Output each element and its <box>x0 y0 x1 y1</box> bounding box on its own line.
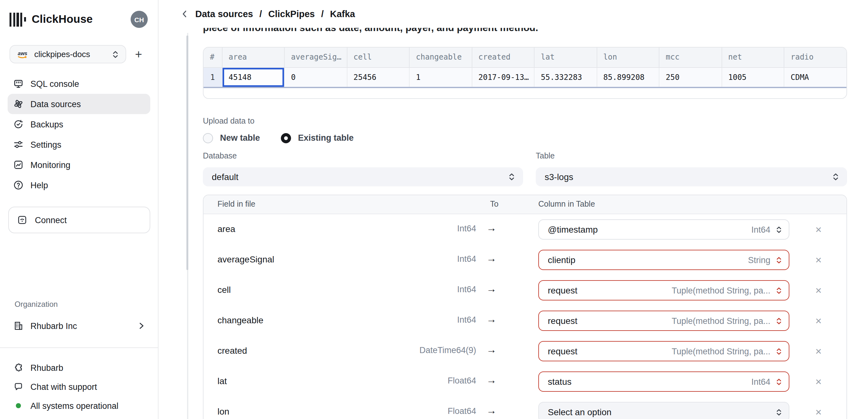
mapping-header-field: Field in file <box>217 200 255 208</box>
breadcrumb-separator: / <box>259 9 262 19</box>
sidebar-item-sql-console[interactable]: SQL console <box>8 73 150 94</box>
column-select[interactable]: request Tuple(method String, pa... <box>538 280 789 300</box>
column-select[interactable]: clientip String <box>538 250 789 270</box>
remove-mapping-button[interactable]: ✕ <box>808 341 829 361</box>
sidebar-item-label: Help <box>30 180 48 190</box>
arrow-right-icon: → <box>486 405 496 416</box>
svg-text:aws: aws <box>18 51 27 56</box>
sidebar-item-chat-support[interactable]: Chat with support <box>8 377 150 396</box>
col-header-averagesignal[interactable]: averageSig… <box>284 47 347 67</box>
arrow-right-icon: → <box>486 283 496 295</box>
table-cell[interactable]: 85.899208 <box>597 67 659 88</box>
radio-new-table-label[interactable]: New table <box>220 133 260 142</box>
remove-mapping-button[interactable]: ✕ <box>808 219 829 239</box>
remove-mapping-button[interactable]: ✕ <box>808 402 829 419</box>
col-header-area[interactable]: area <box>222 47 284 67</box>
column-value: Select an option <box>548 407 765 417</box>
column-value: @timestamp <box>548 224 746 234</box>
table-cell[interactable]: 25456 <box>347 67 409 88</box>
intro-text-clipped: piece of information such as date, amoun… <box>203 28 847 37</box>
connect-button[interactable]: Connect <box>8 207 150 233</box>
radio-existing-table[interactable] <box>281 133 291 143</box>
organization-switcher[interactable]: Rhubarb Inc <box>8 316 150 335</box>
col-header-net[interactable]: net <box>721 47 784 67</box>
radio-new-table[interactable] <box>203 133 213 143</box>
logo[interactable]: ClickHouse CH <box>9 9 150 30</box>
remove-mapping-button[interactable]: ✕ <box>808 311 829 331</box>
chevron-updown-icon <box>508 172 516 181</box>
service-selector[interactable]: aws clickpipes-docs <box>9 45 126 63</box>
col-header-lat[interactable]: lat <box>534 47 597 67</box>
table-select[interactable]: s3-logs <box>536 167 847 186</box>
column-select[interactable]: request Tuple(method String, pa... <box>538 341 789 361</box>
remove-mapping-button[interactable]: ✕ <box>808 280 829 300</box>
column-select[interactable]: @timestamp Int64 <box>538 219 789 239</box>
database-value: default <box>212 172 508 182</box>
sidebar-item-label: SQL console <box>30 79 79 89</box>
sidebar-item-backups[interactable]: Backups <box>8 114 150 134</box>
table-cell[interactable]: 1005 <box>721 67 784 88</box>
column-value: request <box>548 316 667 326</box>
col-header-cell[interactable]: cell <box>347 47 409 67</box>
breadcrumb-separator: / <box>321 9 324 19</box>
sidebar-item-rhubarb[interactable]: Rhubarb <box>8 358 150 377</box>
chevron-left-icon <box>181 9 188 19</box>
building-icon <box>13 321 24 331</box>
sql-console-icon <box>13 78 24 89</box>
sidebar-item-monitoring[interactable]: Monitoring <box>8 155 150 175</box>
system-status[interactable]: All systems operational <box>8 396 150 415</box>
chevron-right-icon <box>138 322 145 330</box>
avatar[interactable]: CH <box>131 11 148 28</box>
column-select[interactable]: Select an option <box>538 402 789 419</box>
field-mapping-table: Field in file To Column in Table area In… <box>203 195 847 419</box>
field-type: Int64 <box>362 254 476 264</box>
breadcrumb-kafka: Kafka <box>330 9 355 19</box>
table-cell[interactable]: 2017-09-13… <box>472 67 534 88</box>
sidebar-item-help[interactable]: Help <box>8 175 150 195</box>
chevron-updown-icon <box>775 347 782 355</box>
arrow-right-icon: → <box>486 344 496 356</box>
sidebar-item-settings[interactable]: Settings <box>8 134 150 155</box>
connect-label: Connect <box>35 215 67 225</box>
database-select[interactable]: default <box>203 167 523 186</box>
remove-mapping-button[interactable]: ✕ <box>808 250 829 270</box>
table-cell[interactable]: 250 <box>659 67 721 88</box>
chat-icon <box>13 382 24 392</box>
table-cell[interactable]: 1 <box>409 67 472 88</box>
column-type: Int64 <box>751 377 770 386</box>
column-select[interactable]: status Int64 <box>538 372 789 392</box>
mapping-row: created DateTime64(9) → request Tuple(me… <box>204 336 846 366</box>
sidebar-item-label: Data sources <box>30 99 81 109</box>
col-header-mcc[interactable]: mcc <box>659 47 721 67</box>
preview-data-row: 1 45148 0 25456 1 2017-09-13… 55.332283 … <box>204 67 846 88</box>
column-select[interactable]: request Tuple(method String, pa... <box>538 311 789 331</box>
radio-existing-table-label[interactable]: Existing table <box>298 133 354 142</box>
column-value: request <box>548 285 667 295</box>
remove-mapping-button[interactable]: ✕ <box>808 372 829 392</box>
selected-cell[interactable]: 45148 <box>222 67 284 88</box>
field-type: Int64 <box>362 224 476 233</box>
column-value: status <box>548 377 746 387</box>
page-header: Data sources / ClickPipes / Kafka <box>158 0 868 28</box>
mapping-row: lat Float64 → status Int64 ✕ <box>204 366 846 397</box>
mapping-header-column: Column in Table <box>538 200 595 208</box>
field-type: Float64 <box>362 406 476 416</box>
chevron-updown-icon <box>775 408 782 416</box>
table-cell[interactable]: 55.332283 <box>534 67 597 88</box>
sidebar-item-data-sources[interactable]: Data sources <box>8 94 150 114</box>
add-service-button[interactable]: + <box>135 48 142 60</box>
sidebar-nav: SQL console Data sources Backups <box>8 73 150 195</box>
back-button[interactable] <box>181 9 188 19</box>
table-cell[interactable]: 0 <box>284 67 347 88</box>
breadcrumb-clickpipes[interactable]: ClickPipes <box>268 9 315 19</box>
col-header-radio[interactable]: radio <box>784 47 846 67</box>
clickhouse-logo-icon <box>9 12 26 26</box>
help-icon <box>13 180 24 190</box>
col-header-changeable[interactable]: changeable <box>409 47 472 67</box>
table-cell[interactable]: CDMA <box>784 67 846 88</box>
breadcrumb-data-sources[interactable]: Data sources <box>195 9 253 19</box>
connect-icon <box>17 215 27 225</box>
col-header-created[interactable]: created <box>472 47 534 67</box>
arrow-right-icon: → <box>486 223 496 234</box>
col-header-lon[interactable]: lon <box>597 47 659 67</box>
